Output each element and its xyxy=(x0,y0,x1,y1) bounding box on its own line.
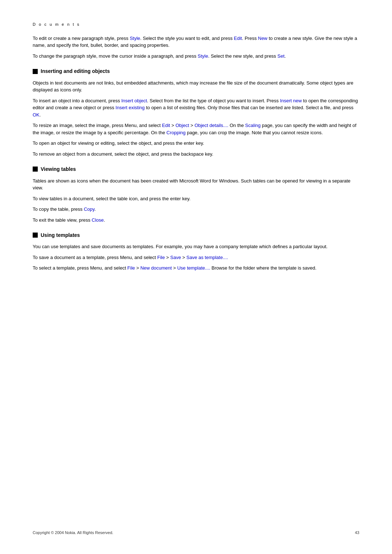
page-footer: Copyright © 2004 Nokia. All Rights Reser… xyxy=(33,530,359,536)
link-file1[interactable]: File xyxy=(157,255,165,260)
link-save1[interactable]: Save xyxy=(170,255,181,260)
link-scaling[interactable]: Scaling xyxy=(245,123,261,128)
link-style2[interactable]: Style xyxy=(198,53,208,59)
viewing-tables-para4: To exit the table view, press Close. xyxy=(33,217,359,224)
link-new1[interactable]: New xyxy=(258,36,268,41)
section-title-inserting: Inserting and editing objects xyxy=(41,67,110,75)
section-using-templates: Using templates You can use templates an… xyxy=(33,231,359,272)
inserting-para4: To open an object for viewing or editing… xyxy=(33,140,359,147)
link-cropping[interactable]: Cropping xyxy=(167,130,186,135)
section-inserting: Inserting and editing objects Objects in… xyxy=(33,67,359,157)
section-title-viewing-tables: Viewing tables xyxy=(41,165,76,173)
link-ok1[interactable]: OK xyxy=(33,112,40,118)
bullet-icon-using-templates xyxy=(33,233,38,238)
using-templates-para1: You can use templates and save documents… xyxy=(33,243,359,250)
link-insert-object[interactable]: Insert object xyxy=(121,98,147,103)
intro-para1: To edit or create a new paragraph style,… xyxy=(33,35,359,49)
page: D o c u m e n t s To edit or create a ne… xyxy=(0,0,392,554)
intro-para2: To change the paragraph style, move the … xyxy=(33,53,359,60)
section-viewing-tables: Viewing tables Tables are shown as icons… xyxy=(33,165,359,223)
link-object1[interactable]: Object xyxy=(175,123,189,128)
link-new-document[interactable]: New document xyxy=(140,265,172,271)
viewing-tables-para2: To view tables in a document, select the… xyxy=(33,195,359,202)
link-use-template[interactable]: Use template.... xyxy=(177,265,210,271)
using-templates-para3: To select a template, press Menu, and se… xyxy=(33,264,359,272)
using-templates-para2: To save a document as a template, press … xyxy=(33,254,359,261)
link-set1[interactable]: Set xyxy=(277,53,285,59)
link-insert-new[interactable]: Insert new xyxy=(280,98,302,103)
link-save-as-template[interactable]: Save as template.... xyxy=(187,255,228,260)
link-edit1[interactable]: Edit xyxy=(234,36,242,41)
inserting-para5: To remove an object from a document, sel… xyxy=(33,151,359,158)
inserting-para2: To insert an object into a document, pre… xyxy=(33,97,359,119)
link-file2[interactable]: File xyxy=(127,265,135,271)
section-heading-viewing-tables: Viewing tables xyxy=(33,165,359,173)
link-style1[interactable]: Style xyxy=(130,36,140,41)
link-copy1[interactable]: Copy xyxy=(84,206,94,212)
header-title: D o c u m e n t s xyxy=(33,22,80,26)
bullet-icon-inserting xyxy=(33,69,38,74)
link-edit2[interactable]: Edit xyxy=(162,123,170,128)
inserting-para1: Objects in text documents are not links,… xyxy=(33,79,359,94)
section-title-using-templates: Using templates xyxy=(41,231,80,239)
footer-copyright: Copyright © 2004 Nokia. All Rights Reser… xyxy=(33,530,113,536)
link-close1[interactable]: Close xyxy=(92,217,104,223)
viewing-tables-para1: Tables are shown as icons when the docum… xyxy=(33,177,359,192)
section-heading-using-templates: Using templates xyxy=(33,231,359,239)
link-object-details[interactable]: Object details.... xyxy=(195,123,228,128)
viewing-tables-para3: To copy the table, press Copy. xyxy=(33,206,359,213)
bullet-icon-viewing-tables xyxy=(33,167,38,172)
page-header: D o c u m e n t s xyxy=(33,22,359,28)
link-insert-existing[interactable]: Insert existing xyxy=(115,105,144,110)
footer-page-number: 43 xyxy=(355,530,359,536)
inserting-para3: To resize an image, select the image, pr… xyxy=(33,122,359,136)
section-heading-inserting: Inserting and editing objects xyxy=(33,67,359,75)
